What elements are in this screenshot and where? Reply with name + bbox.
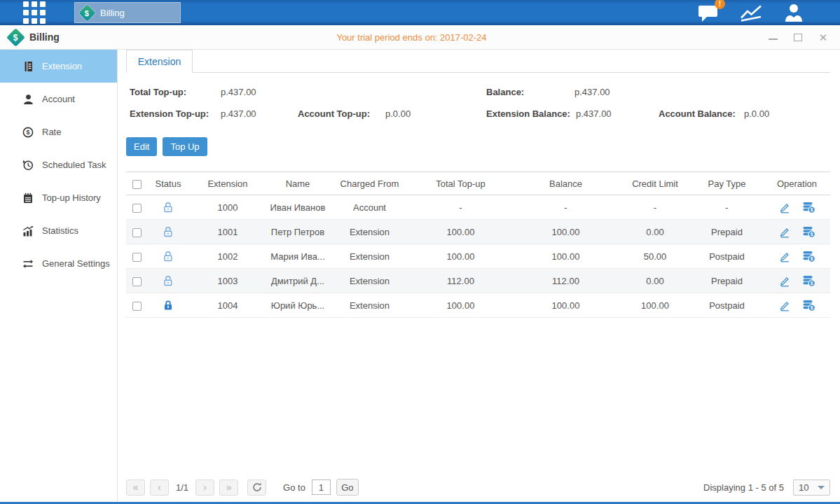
balance-cell: 100.00 bbox=[511, 244, 620, 269]
edit-pencil-icon[interactable] bbox=[779, 251, 791, 262]
pagination-bar: « ‹ 1/1 › » Go to Go Displaying 1 - 5 of… bbox=[126, 479, 830, 496]
maximize-icon[interactable] bbox=[792, 31, 804, 43]
page-size-value: 10 bbox=[799, 482, 808, 493]
edit-pencil-icon[interactable] bbox=[779, 300, 791, 312]
top-up-coins-icon[interactable]: $ bbox=[802, 300, 815, 312]
pay-type-cell: Postpaid bbox=[690, 293, 764, 318]
unlocked-icon bbox=[163, 275, 174, 286]
balance-cell: - bbox=[511, 195, 620, 220]
row-checkbox[interactable] bbox=[132, 302, 142, 311]
name-cell: Дмитрий Д... bbox=[266, 269, 329, 293]
name-cell: Мария Ива... bbox=[266, 244, 329, 269]
billing-app-icon: $ bbox=[78, 4, 95, 21]
table-header-row: Status Extension Name Charged From Total… bbox=[126, 172, 830, 195]
col-pay-type: Pay Type bbox=[690, 172, 764, 195]
goto-label: Go to bbox=[283, 482, 305, 493]
goto-page-input[interactable] bbox=[312, 479, 331, 495]
charged-from-cell: Extension bbox=[329, 220, 410, 244]
credit-limit-cell: 100.00 bbox=[620, 293, 690, 318]
sidebar-item-extension[interactable]: Extension bbox=[0, 50, 117, 83]
messages-icon[interactable]: ! bbox=[698, 4, 719, 22]
status-cell[interactable] bbox=[147, 195, 189, 220]
top-up-coins-icon[interactable]: $ bbox=[802, 226, 815, 238]
taskbar-tab-billing[interactable]: $ Billing bbox=[74, 2, 181, 23]
sidebar-item-label: Top-up History bbox=[42, 192, 101, 203]
refresh-button[interactable] bbox=[247, 479, 266, 496]
page-indicator: 1/1 bbox=[176, 482, 188, 493]
topbar-actions: ! bbox=[698, 3, 805, 22]
reports-chart-icon[interactable] bbox=[739, 4, 763, 22]
total-topup-cell: 112.00 bbox=[410, 269, 511, 293]
refresh-icon bbox=[252, 482, 262, 492]
sidebar-item-statistics[interactable]: Statistics bbox=[0, 214, 117, 247]
tab-bar: Extension bbox=[126, 50, 830, 73]
sidebar-item-label: Rate bbox=[42, 127, 61, 137]
status-cell[interactable] bbox=[147, 293, 189, 318]
row-checkbox[interactable] bbox=[132, 277, 142, 286]
status-cell[interactable] bbox=[147, 244, 189, 269]
sidebar-item-label: Extension bbox=[42, 61, 82, 71]
billing-app-window: $ Billing ! bbox=[0, 0, 840, 504]
col-total-topup: Total Top-up bbox=[410, 172, 511, 195]
tab-extension[interactable]: Extension bbox=[126, 50, 193, 73]
charged-from-cell: Account bbox=[329, 195, 410, 220]
history-clock-icon bbox=[22, 160, 34, 171]
row-checkbox[interactable] bbox=[132, 204, 142, 213]
top-up-coins-icon[interactable]: $ bbox=[802, 202, 815, 214]
edit-pencil-icon[interactable] bbox=[779, 275, 791, 287]
go-button[interactable]: Go bbox=[336, 479, 359, 496]
apps-grid-icon[interactable] bbox=[23, 1, 46, 24]
account-balance-value: p.0.00 bbox=[744, 108, 769, 119]
row-checkbox[interactable] bbox=[132, 228, 142, 237]
edit-pencil-icon[interactable] bbox=[779, 226, 791, 238]
credit-limit-cell: 50.00 bbox=[620, 244, 690, 269]
user-icon[interactable] bbox=[783, 3, 805, 22]
edit-button[interactable]: Edit bbox=[126, 137, 157, 156]
toolbar: Edit Top Up bbox=[126, 137, 830, 156]
last-page-button[interactable]: » bbox=[219, 479, 238, 496]
extension-balance-value: p.437.00 bbox=[576, 108, 659, 119]
col-name: Name bbox=[266, 172, 329, 195]
sidebar-item-topup-history[interactable]: Top-up History bbox=[0, 181, 117, 214]
col-credit-limit: Credit Limit bbox=[620, 172, 690, 195]
ledger-icon bbox=[22, 61, 34, 72]
sidebar-item-general-settings[interactable]: General Settings bbox=[0, 247, 117, 280]
minimize-icon[interactable] bbox=[767, 31, 778, 43]
trial-notice: Your trial period ends on: 2017-02-24 bbox=[336, 32, 486, 43]
top-up-coins-icon[interactable]: $ bbox=[802, 275, 815, 287]
status-cell[interactable] bbox=[147, 269, 189, 293]
svg-text:$: $ bbox=[810, 256, 813, 262]
select-all-checkbox-cell bbox=[126, 172, 147, 195]
prev-page-button[interactable]: ‹ bbox=[150, 479, 169, 496]
credit-limit-cell: 0.00 bbox=[620, 220, 690, 244]
col-status: Status bbox=[147, 172, 189, 195]
unlocked-icon bbox=[163, 202, 174, 213]
row-checkbox[interactable] bbox=[132, 253, 142, 262]
sidebar-item-label: General Settings bbox=[42, 258, 110, 269]
charged-from-cell: Extension bbox=[329, 244, 410, 269]
page-size-select[interactable]: 10 bbox=[793, 479, 830, 496]
sidebar-item-scheduled-task[interactable]: Scheduled Task bbox=[0, 148, 117, 181]
edit-pencil-icon[interactable] bbox=[779, 202, 791, 214]
col-extension: Extension bbox=[189, 172, 266, 195]
balance-label: Balance: bbox=[486, 87, 574, 97]
balance-cell: 100.00 bbox=[511, 220, 620, 244]
select-all-checkbox[interactable] bbox=[132, 180, 142, 189]
extension-cell: 1004 bbox=[189, 293, 266, 318]
account-topup-label: Account Top-up: bbox=[298, 108, 385, 119]
first-page-button[interactable]: « bbox=[126, 479, 145, 496]
top-up-coins-icon[interactable]: $ bbox=[802, 251, 815, 262]
extension-cell: 1002 bbox=[189, 244, 266, 269]
balance-summary: Total Top-up: p.437.00 Balance: p.437.00… bbox=[126, 81, 830, 125]
table-row: 1002 Мария Ива... Extension 100.00 100.0… bbox=[126, 244, 830, 269]
sidebar-item-rate[interactable]: $ Rate bbox=[0, 115, 117, 148]
top-up-button[interactable]: Top Up bbox=[163, 137, 207, 156]
col-charged-from: Charged From bbox=[329, 172, 410, 195]
status-cell[interactable] bbox=[147, 220, 189, 244]
sidebar-item-account[interactable]: Account bbox=[0, 83, 117, 115]
close-icon[interactable]: ✕ bbox=[818, 31, 829, 43]
window-title: Billing bbox=[29, 31, 60, 43]
next-page-button[interactable]: › bbox=[195, 479, 214, 496]
sidebar-item-label: Scheduled Task bbox=[42, 160, 106, 170]
table-row: 1003 Дмитрий Д... Extension 112.00 112.0… bbox=[126, 269, 830, 293]
